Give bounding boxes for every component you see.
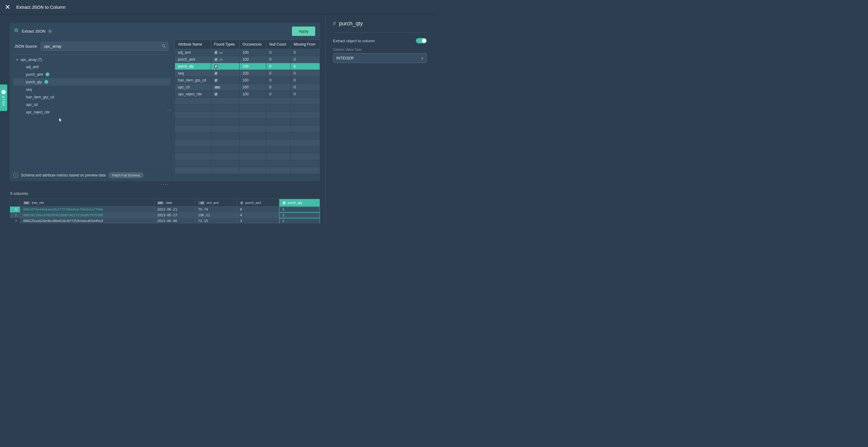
panel-body: JSON Source: ▼ upc_array (7): [10, 39, 320, 181]
tree-item-label: seq: [26, 87, 32, 92]
attr-row[interactable]: upc_reject_nbr#10000: [175, 91, 320, 98]
check-icon: ✓: [45, 72, 50, 76]
panel-title: Extract JSON: [22, 29, 45, 33]
attr-row[interactable]: purch_qty#10000: [175, 63, 320, 70]
attr-row[interactable]: tran_item_grp_cd#10000: [175, 77, 320, 84]
info-icon: i: [13, 173, 18, 178]
attr-row[interactable]: adj_amt#.0010000: [175, 49, 320, 56]
attribute-table-wrap: Attribute NameFound TypesOccurencesNull …: [175, 39, 320, 181]
attr-row-empty: [175, 160, 320, 167]
extract-toggle[interactable]: [416, 38, 427, 43]
left-column: Extract JSON ✎ Apply JSON Source:: [0, 14, 326, 224]
data-row[interactable]: 200018c3e6c4f0e95452660f461f319e8b797530…: [10, 212, 320, 218]
json-source-input[interactable]: [41, 42, 168, 51]
hash-icon: #: [333, 21, 336, 27]
attr-header[interactable]: Missing From: [290, 40, 320, 49]
attr-header[interactable]: Null Count: [266, 40, 291, 49]
svg-rect-1: [15, 30, 16, 32]
extract-panel: Extract JSON ✎ Apply JSON Source:: [10, 23, 320, 181]
schema-footer: i Schema and attribute metrics based on …: [10, 169, 171, 181]
tree-root-node[interactable]: ▼ upc_array (7): [13, 56, 171, 63]
json-tree: ▼ upc_array (7) adj_amtpurch_amt✓purch_q…: [13, 54, 171, 118]
search-icon[interactable]: [162, 44, 166, 49]
attr-row[interactable]: upc_cdABC10000: [175, 84, 320, 91]
tree-item-label: upc_reject_nbr: [26, 110, 50, 114]
help-tab[interactable]: ? HELP: [0, 85, 7, 111]
tree-item-label: adj_amt: [26, 65, 39, 69]
horizontal-resize-handle[interactable]: ····: [10, 181, 320, 188]
data-col-date[interactable]: ABCdate: [154, 199, 195, 207]
attr-row-empty: [175, 139, 320, 146]
attr-row[interactable]: seq#10000: [175, 70, 320, 77]
type-icon: #: [240, 201, 243, 205]
data-col-tran_nbr[interactable]: ABCtran_nbr: [20, 199, 154, 207]
dialog-title: Extract JSON to Column: [16, 4, 65, 10]
attr-row-empty: [175, 119, 320, 125]
main-area: Extract JSON ✎ Apply JSON Source:: [0, 14, 434, 224]
tree-item-upc_cd[interactable]: upc_cd: [13, 101, 171, 108]
attr-row-empty: [175, 153, 320, 160]
attr-header[interactable]: Occurences: [240, 40, 266, 49]
data-row[interactable]: 10001079e4db6aeedb3f75786b0ae7b6db2a7f0d…: [10, 207, 320, 213]
cursor-icon: [59, 117, 63, 124]
data-col-ord_amt[interactable]: .00ord_amt: [195, 199, 237, 207]
tree-item-label: purch_qty: [26, 80, 42, 84]
data-table: ABCtran_nbrABCdate.00ord_amt#purch_amt#p…: [10, 199, 320, 224]
properties-panel: # purch_qty Extract object to column Col…: [326, 14, 434, 224]
tree-item-tran_item_grp_cd[interactable]: tran_item_grp_cd: [13, 93, 171, 101]
tree-item-purch_qty[interactable]: purch_qty✓: [13, 78, 171, 86]
attr-row-empty: [175, 146, 320, 153]
attr-row-empty: [175, 167, 320, 174]
svg-rect-0: [15, 29, 16, 30]
attr-header[interactable]: Found Types: [211, 40, 239, 49]
svg-rect-3: [17, 30, 18, 32]
json-source-pane: JSON Source: ▼ upc_array (7): [10, 39, 171, 181]
data-col-purch_qty[interactable]: #purch_qty: [279, 199, 320, 207]
attr-row-empty: [175, 105, 320, 112]
help-label: HELP: [2, 95, 5, 106]
fetch-schema-button[interactable]: Fetch Full Schema: [108, 172, 144, 178]
columns-count-label: 5 columns: [10, 188, 320, 199]
tree-item-adj_amt[interactable]: adj_amt: [13, 63, 171, 70]
tree-item-label: upc_cd: [26, 102, 38, 107]
json-source-label: JSON Source:: [14, 44, 38, 49]
vertical-resize-handle[interactable]: ⋮: [167, 108, 172, 113]
type-icon: #: [282, 201, 286, 205]
caret-down-icon: ▼: [16, 58, 19, 62]
value-type-label: Column Value Type: [333, 48, 427, 51]
tree-root-label: upc_array (7): [21, 58, 42, 62]
close-icon[interactable]: ✕: [5, 3, 10, 11]
svg-rect-2: [17, 29, 18, 30]
type-icon: ABC: [157, 201, 164, 205]
svg-line-5: [164, 47, 165, 48]
extract-toggle-label: Extract object to column: [333, 39, 375, 43]
attr-row-empty: [175, 132, 320, 139]
schema-info-text: Schema and attribute metrics based on pr…: [21, 173, 105, 177]
column-name: purch_qty: [339, 21, 363, 27]
type-icon: ABC: [23, 201, 30, 205]
attr-row[interactable]: purch_amt#.0010000: [175, 56, 320, 63]
type-icon: .00: [198, 201, 205, 205]
data-table-wrap: ABCtran_nbrABCdate.00ord_amt#purch_amt#p…: [10, 199, 320, 224]
tree-item-label: purch_amt: [26, 72, 43, 77]
tree-item-upc_reject_nbr[interactable]: upc_reject_nbr: [13, 108, 171, 116]
edit-icon[interactable]: ✎: [48, 29, 52, 33]
tree-item-label: tran_item_grp_cd: [26, 95, 54, 99]
attr-row-empty: [175, 98, 320, 105]
check-icon: ✓: [44, 80, 48, 84]
data-row[interactable]: 3000225a1626e9bc86e616c0ff259cbdcdb5d45e…: [10, 218, 320, 224]
panel-header: Extract JSON ✎ Apply: [10, 23, 320, 39]
rownum-header: [10, 199, 20, 207]
value-type-select[interactable]: INTEGER: [333, 53, 427, 63]
attr-header[interactable]: Attribute Name: [175, 40, 211, 49]
svg-point-4: [162, 44, 165, 47]
attribute-table: Attribute NameFound TypesOccurencesNull …: [175, 39, 320, 174]
attr-row-empty: [175, 112, 320, 119]
dialog-header: ✕ Extract JSON to Column: [0, 0, 434, 14]
help-icon: ?: [1, 90, 6, 94]
data-col-purch_amt[interactable]: #purch_amt: [237, 199, 279, 207]
attr-row-empty: [175, 125, 320, 132]
apply-button[interactable]: Apply: [292, 27, 315, 36]
tree-item-seq[interactable]: seq: [13, 86, 171, 93]
tree-item-purch_amt[interactable]: purch_amt✓: [13, 70, 171, 78]
